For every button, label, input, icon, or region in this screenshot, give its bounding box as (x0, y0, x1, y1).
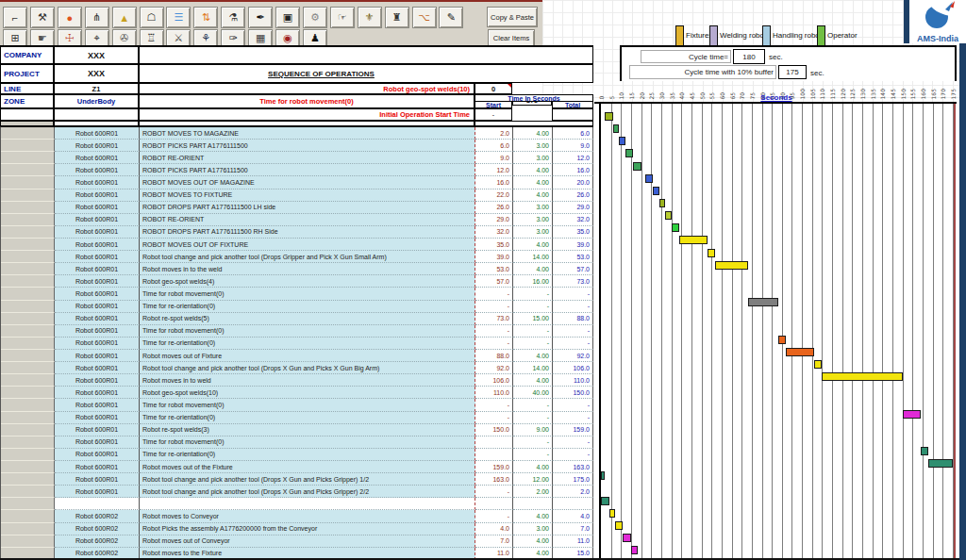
duration-cell[interactable]: - (513, 449, 553, 461)
row-header-cell[interactable] (1, 288, 55, 300)
row-header-cell[interactable] (1, 275, 55, 288)
start-cell[interactable]: 35.0 (475, 239, 513, 251)
duration-cell[interactable]: - (513, 325, 553, 338)
row-header-cell[interactable] (1, 325, 55, 338)
total-cell[interactable]: 32.0 (553, 214, 593, 226)
duration-cell[interactable]: 4.00 (513, 239, 553, 251)
total-cell[interactable]: 6.0 (553, 127, 593, 140)
row-header-cell[interactable] (1, 412, 55, 424)
start-cell[interactable]: 106.0 (475, 374, 513, 387)
robot-cell[interactable]: Robot 600R01 (55, 263, 140, 275)
row-header-cell[interactable] (1, 510, 55, 522)
total-cell[interactable] (553, 498, 593, 510)
zone-value[interactable]: UnderBody (54, 94, 139, 108)
initial-start-cell[interactable]: - (475, 108, 512, 121)
start-cell[interactable] (475, 449, 513, 461)
description-cell[interactable]: ROBOT MOVES OUT OF FIXTURE (140, 239, 475, 251)
description-cell[interactable]: Robot moves out of Fixture (140, 350, 475, 362)
row-header-cell[interactable] (1, 214, 55, 226)
cycle-time-value[interactable]: 180 (733, 49, 765, 64)
row-header-cell[interactable] (1, 473, 55, 486)
row-header-cell[interactable] (1, 251, 55, 263)
duration-cell[interactable]: 16.00 (513, 275, 553, 288)
row-header-cell[interactable] (1, 535, 55, 548)
start-cell[interactable]: 39.0 (475, 251, 513, 263)
robot-cell[interactable]: Robot 600R01 (55, 424, 140, 436)
start-cell[interactable]: 22.0 (475, 189, 513, 202)
robot-cell[interactable]: Robot 600R01 (55, 202, 140, 214)
total-cell[interactable]: - (553, 412, 593, 424)
company-value[interactable]: XXX (54, 45, 139, 64)
total-cell[interactable]: 150.0 (553, 387, 593, 399)
copy-paste-button[interactable]: Copy & Paste (487, 7, 538, 27)
robot-cell[interactable]: Robot 600R01 (55, 325, 140, 338)
description-cell[interactable]: ROBOT RE-ORIENT (140, 152, 475, 164)
duration-cell[interactable]: 3.00 (513, 226, 553, 239)
total-cell[interactable]: 92.0 (553, 350, 593, 362)
description-cell[interactable]: Robot moves in to the weld (140, 263, 475, 275)
total-cell[interactable]: 110.0 (553, 374, 593, 387)
robot-cell[interactable]: Robot 600R01 (55, 449, 140, 461)
robot-cell[interactable]: Robot 600R01 (55, 140, 140, 152)
robot-cell[interactable]: Robot 600R01 (55, 461, 140, 473)
duration-cell[interactable]: 4.00 (513, 535, 553, 548)
duration-cell[interactable]: - (513, 399, 553, 411)
duration-cell[interactable]: 4.00 (513, 176, 553, 189)
start-cell[interactable]: - (475, 338, 513, 350)
row-header-cell[interactable] (1, 176, 55, 189)
row-header-cell[interactable] (1, 239, 55, 251)
start-cell[interactable]: - (475, 325, 513, 338)
description-cell[interactable]: Time for robot movement(0) (140, 436, 475, 449)
total-cell[interactable]: 73.0 (553, 275, 593, 288)
start-cell[interactable]: 73.0 (475, 313, 513, 325)
row-header-cell[interactable] (1, 313, 55, 325)
start-cell[interactable]: 29.0 (475, 214, 513, 226)
robot-cell[interactable]: Robot 600R01 (55, 239, 140, 251)
description-cell[interactable]: Robot moves out of the Fixture (140, 461, 475, 473)
line-value[interactable]: Z1 (54, 83, 139, 94)
robot-cell[interactable]: Robot 600R01 (55, 399, 140, 411)
robot-cell[interactable]: Robot 600R01 (55, 387, 140, 399)
row-header-cell[interactable] (1, 424, 55, 436)
robot-arm-icon-button[interactable]: ⌥ (412, 7, 437, 28)
duration-cell[interactable]: 14.00 (513, 362, 553, 374)
geo-spot-start-cell[interactable]: 0 (475, 83, 512, 94)
description-cell[interactable]: Robot moves to Conveyor (140, 510, 475, 522)
description-cell[interactable]: Time for robot movement(0) (140, 399, 475, 411)
description-cell[interactable]: Robot moves out of Conveyor (140, 535, 475, 548)
description-cell[interactable] (140, 498, 475, 510)
total-cell[interactable]: - (553, 301, 593, 313)
stop-icon-button[interactable]: ● (58, 7, 82, 28)
total-cell[interactable]: 106.0 (553, 362, 593, 374)
row-header-cell[interactable] (1, 164, 55, 176)
description-cell[interactable]: Robot tool change and pick another tool … (140, 486, 475, 498)
start-cell[interactable]: 12.0 (475, 164, 513, 176)
duration-cell[interactable]: 4.00 (513, 263, 553, 275)
start-cell[interactable]: 53.0 (475, 263, 513, 275)
monitor-icon-button[interactable]: ▣ (275, 7, 300, 28)
duration-cell[interactable]: 3.00 (513, 523, 553, 535)
robot-cell[interactable]: Robot 600R01 (55, 436, 140, 449)
description-cell[interactable]: Robot geo-spot welds(10) (140, 387, 475, 399)
total-cell[interactable]: 159.0 (553, 424, 593, 436)
duration-cell[interactable]: 4.00 (513, 461, 553, 473)
total-cell[interactable]: - (553, 325, 593, 338)
robot-cell[interactable]: Robot 600R01 (55, 189, 140, 202)
robot-cell[interactable]: Robot 600R01 (55, 412, 140, 424)
start-cell[interactable]: 159.0 (475, 461, 513, 473)
total-cell[interactable]: 7.0 (553, 523, 593, 535)
duration-cell[interactable]: 12.00 (513, 473, 553, 486)
row-header-cell[interactable] (1, 436, 55, 449)
brush-icon-button[interactable]: ✒ (248, 7, 273, 28)
total-cell[interactable]: 163.0 (553, 461, 593, 473)
duration-cell[interactable]: 15.00 (513, 313, 553, 325)
duration-cell[interactable]: 9.00 (513, 424, 553, 436)
description-cell[interactable]: ROBOT MOVES TO MAGAZINE (140, 127, 475, 140)
turntable-icon-button[interactable]: ⇅ (193, 7, 218, 28)
row-header-cell[interactable] (1, 202, 55, 214)
row-header-cell[interactable] (1, 498, 55, 510)
robot-cell[interactable]: Robot 600R01 (55, 338, 140, 350)
start-cell[interactable]: - (475, 412, 513, 424)
robot-cell-icon-button[interactable]: ♜ (385, 7, 409, 28)
total-cell[interactable]: 29.0 (553, 202, 593, 214)
